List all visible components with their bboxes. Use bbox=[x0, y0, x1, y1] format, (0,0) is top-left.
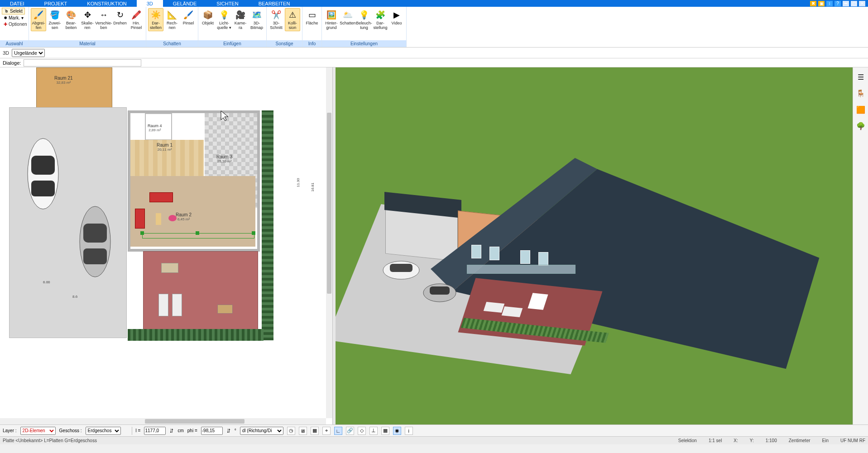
titlebar-icon-1[interactable]: ✖ bbox=[810, 1, 816, 6]
schatten2-button[interactable]: 🌥️Schatten bbox=[340, 8, 355, 27]
kamera-icon: 🎥 bbox=[235, 10, 246, 20]
layer-select[interactable]: 2D-Elemen bbox=[20, 427, 56, 435]
3d-bitmap-button[interactable]: 🗺️3D- Bitmap bbox=[249, 8, 264, 31]
pinsel-button[interactable]: 🖌️Pinsel bbox=[181, 8, 196, 27]
skalieren-button[interactable]: ✥Skalie- ren bbox=[80, 8, 95, 31]
status-uf: UF NUM RF bbox=[840, 438, 865, 443]
help-icon[interactable]: ? bbox=[834, 1, 841, 6]
layer-label: Layer : bbox=[3, 428, 17, 433]
objekt-icon: 📦 bbox=[202, 10, 213, 20]
group-label-schatten: Schatten bbox=[146, 40, 198, 47]
viewport-3d[interactable] bbox=[336, 67, 853, 424]
dialoge-label: Dialoge: bbox=[3, 60, 21, 66]
car-icon bbox=[77, 203, 113, 280]
tab-konstruktion[interactable]: KONSTRUKTION bbox=[77, 0, 136, 7]
viewport-2d[interactable]: Raum 2132,83 m² Raum 42,89 m² Raum 120,1… bbox=[0, 67, 333, 424]
tab-bearbeiten[interactable]: BEARBEITEN bbox=[249, 0, 300, 7]
tool-target-icon[interactable]: ◉ bbox=[393, 427, 401, 435]
abgreifen-button[interactable]: 🖌️Abgrei- fen bbox=[31, 8, 46, 31]
darstellen-button[interactable]: ☀️Dar- stellen bbox=[148, 8, 163, 31]
tool-ortho-icon[interactable]: ∟ bbox=[334, 427, 342, 435]
svg-rect-9 bbox=[390, 264, 412, 272]
darstellung-button[interactable]: 🧩Dar- stellung bbox=[373, 8, 388, 31]
tab-gelaende[interactable]: GELÄNDE bbox=[163, 0, 207, 7]
svg-rect-11 bbox=[430, 286, 450, 295]
tool-snap1-icon[interactable]: ⌖ bbox=[322, 427, 331, 435]
tab-3d[interactable]: 3D bbox=[137, 0, 163, 7]
kamera-button[interactable]: 🎥Kame- ra bbox=[233, 8, 248, 31]
hin-pinsel-icon: 🖍️ bbox=[131, 10, 142, 20]
car-icon bbox=[25, 135, 61, 212]
tool-grid-icon[interactable]: ▦ bbox=[381, 427, 389, 435]
hintergrund-button[interactable]: 🖼️Hinter- grund bbox=[324, 8, 339, 31]
titlebar-icon-3[interactable]: ↕ bbox=[826, 1, 833, 6]
tool-perp-icon[interactable]: ⊥ bbox=[369, 427, 378, 435]
bearbeiten-button[interactable]: 🎨Bear- beiten bbox=[63, 8, 79, 31]
tab-datei[interactable]: DATEI bbox=[0, 0, 34, 7]
status-sel: Selektion bbox=[678, 438, 697, 443]
zuweisen-button[interactable]: 🪣Zuwei- sen bbox=[47, 8, 62, 31]
darstellen-icon: ☀️ bbox=[150, 10, 161, 20]
l-input[interactable] bbox=[144, 427, 166, 435]
3d-schnitt-button[interactable]: ✂️3D- Schnitt bbox=[269, 8, 284, 31]
tab-projekt[interactable]: PROJEKT bbox=[34, 0, 77, 7]
scrollbar-vertical[interactable] bbox=[326, 67, 332, 418]
group-label-sonstige: Sonstige bbox=[267, 40, 302, 47]
verschieben-icon: ↔ bbox=[98, 10, 109, 20]
scrollbar-horizontal[interactable] bbox=[0, 418, 326, 424]
minimize-icon[interactable]: ━ bbox=[843, 1, 849, 6]
pinsel-icon: 🖌️ bbox=[183, 10, 194, 20]
tool-monitor-icon[interactable]: 🖥 bbox=[299, 427, 307, 435]
group-label-auswahl: Auswahl bbox=[0, 40, 29, 47]
verschieben-button[interactable]: ↔Verschie- ben bbox=[96, 8, 111, 31]
flaeche-button[interactable]: ▭Fläche bbox=[304, 8, 320, 27]
layers-icon[interactable]: ☰ bbox=[856, 72, 866, 82]
zuweisen-icon: 🪣 bbox=[49, 10, 60, 20]
layer-dropdown[interactable]: Urgelände bbox=[12, 49, 45, 57]
phi-input[interactable] bbox=[201, 427, 223, 435]
status-scale: 1:100 bbox=[766, 438, 777, 443]
tree-icon[interactable]: 🌳 bbox=[856, 121, 866, 131]
dl-select[interactable]: dl (Richtung/Di bbox=[240, 427, 283, 435]
darstellung-icon: 🧩 bbox=[375, 10, 386, 20]
furniture-icon[interactable]: 🪑 bbox=[856, 88, 866, 98]
selekt-button[interactable]: 🖱 Selekt bbox=[2, 8, 25, 14]
titlebar-icon-2[interactable]: ▣ bbox=[818, 1, 825, 6]
l-unit: cm bbox=[177, 428, 183, 433]
tool-clock-icon[interactable]: ◷ bbox=[287, 427, 295, 435]
group-label-info: Info bbox=[302, 40, 321, 47]
lichtquelle-button[interactable]: 💡Licht- quelle ▾ bbox=[216, 8, 232, 31]
maximize-icon[interactable]: ▢ bbox=[851, 1, 857, 6]
tab-sichten[interactable]: SICHTEN bbox=[206, 0, 248, 7]
tool-layers-icon[interactable]: ▦ bbox=[311, 427, 319, 435]
close-icon[interactable]: ✕ bbox=[859, 1, 865, 6]
rechnen-button[interactable]: 📐Rech- nen bbox=[164, 8, 180, 31]
objekt-button[interactable]: 📦Objekt bbox=[200, 8, 216, 27]
dialoge-input[interactable] bbox=[24, 59, 141, 67]
dim-text: 8.6 bbox=[72, 295, 77, 299]
tool-diamond-icon[interactable]: ◇ bbox=[358, 427, 366, 435]
mark-button[interactable]: ✸ Mark. ▾ bbox=[2, 15, 25, 21]
geschoss-select[interactable]: Erdgeschos bbox=[86, 427, 121, 435]
schatten2-icon: 🌥️ bbox=[342, 10, 353, 20]
phi-label: phi = bbox=[187, 428, 197, 433]
dim-text: 6.00 bbox=[43, 280, 50, 284]
tool-link-icon[interactable]: 🔗 bbox=[346, 427, 354, 435]
video-button[interactable]: ▶Video bbox=[389, 8, 404, 27]
flaeche-icon: ▭ bbox=[307, 10, 317, 20]
palette-icon[interactable]: 🟧 bbox=[856, 105, 866, 114]
optionen-button[interactable]: ✚ Optionen bbox=[2, 21, 29, 27]
hin-pinsel-button[interactable]: 🖍️Hin. Pinsel bbox=[129, 8, 144, 31]
status-y: Y: bbox=[750, 438, 754, 443]
kollision-button[interactable]: ⚠Kolli- sion bbox=[285, 8, 300, 31]
beleuchtung-button[interactable]: 💡Beleuch- tung bbox=[356, 8, 372, 31]
hintergrund-icon: 🖼️ bbox=[326, 10, 337, 20]
status-left: Platte <Unbekannt> L=Platten G=Erdgescho… bbox=[3, 438, 97, 443]
status-ratio: 1:1 sel bbox=[709, 438, 722, 443]
abgreifen-icon: 🖌️ bbox=[33, 10, 44, 20]
kollision-icon: ⚠ bbox=[287, 10, 298, 20]
tool-info-icon[interactable]: i bbox=[405, 427, 413, 435]
video-icon: ▶ bbox=[391, 10, 402, 20]
drehen-button[interactable]: ↻Drehen bbox=[112, 8, 128, 27]
geschoss-label: Geschoss : bbox=[59, 428, 82, 433]
